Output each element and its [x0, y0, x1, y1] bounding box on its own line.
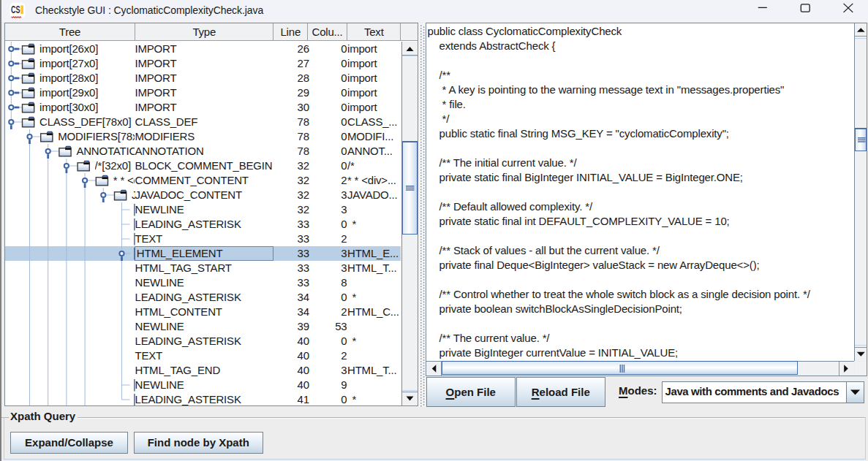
- svg-text:CS: CS: [11, 4, 20, 15]
